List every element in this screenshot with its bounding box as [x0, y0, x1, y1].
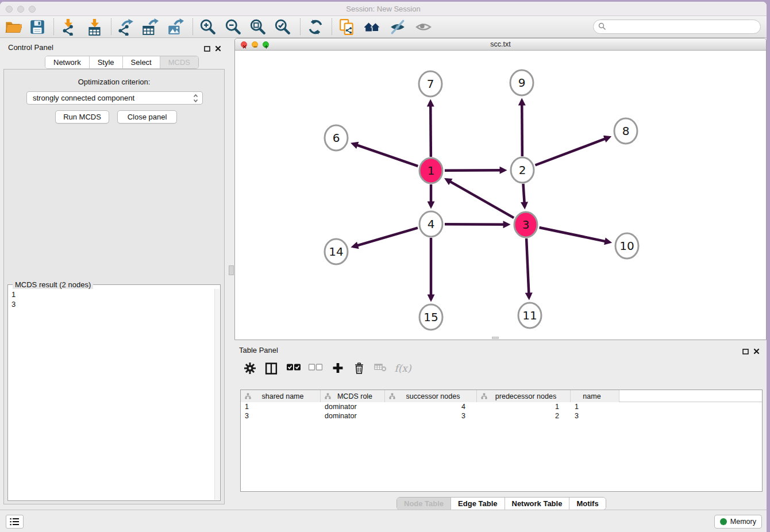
control-panel: Control Panel NetworkStyleSelectMCDS Opt…	[0, 38, 227, 510]
zoom-selected-icon[interactable]	[274, 18, 291, 36]
column-header-shared-name[interactable]: shared name	[241, 390, 321, 402]
network-window-titlebar[interactable]: scc.txt	[235, 38, 766, 51]
deselect-all-checks-icon[interactable]	[309, 363, 323, 373]
edge-1-7[interactable]	[430, 102, 431, 157]
close-view-icon[interactable]	[241, 41, 247, 48]
node-table[interactable]: shared nameMCDS rolesuccessor nodesprede…	[240, 390, 763, 492]
cell-predecessor-nodes[interactable]: 1	[477, 402, 571, 411]
cell-successor-nodes[interactable]: 3	[385, 411, 477, 421]
memory-button[interactable]: Memory	[714, 515, 762, 529]
graph-node-10[interactable]: 10	[615, 233, 638, 259]
tab-network[interactable]: Network	[45, 56, 90, 68]
tab-node-table[interactable]: Node Table	[397, 498, 451, 510]
add-column-plus-icon[interactable]	[333, 363, 344, 376]
column-header-successor-nodes[interactable]: successor nodes	[385, 390, 477, 402]
minimize-view-icon[interactable]	[252, 41, 258, 48]
edge-2-8[interactable]	[535, 137, 609, 165]
svg-text:9: 9	[518, 76, 526, 90]
column-header-predecessor-nodes[interactable]: predecessor nodes	[477, 390, 571, 402]
graph-node-4[interactable]: 4	[419, 211, 442, 237]
save-session-icon[interactable]	[29, 18, 46, 36]
graph-node-15[interactable]: 15	[419, 304, 442, 330]
show-all-eye-icon[interactable]	[415, 18, 432, 36]
edge-3-11[interactable]	[526, 238, 529, 298]
minimize-window-icon[interactable]	[17, 6, 24, 13]
export-table-icon[interactable]	[141, 18, 159, 36]
cell-MCDS-role[interactable]: dominator	[321, 411, 385, 421]
edge-4-3[interactable]	[445, 224, 508, 225]
show-columns-icon[interactable]	[265, 363, 278, 377]
tab-mcds[interactable]: MCDS	[160, 56, 198, 68]
graph-node-7[interactable]: 7	[419, 71, 442, 97]
mcds-result-text: 1 3	[9, 290, 213, 499]
edge-3-1[interactable]	[446, 179, 514, 218]
edge-1-6[interactable]	[353, 144, 418, 166]
column-header-name[interactable]: name	[571, 390, 619, 402]
tab-network-table[interactable]: Network Table	[505, 498, 570, 510]
edge-1-2[interactable]	[445, 170, 505, 171]
export-image-icon[interactable]	[167, 18, 184, 36]
cell-shared-name[interactable]: 3	[241, 411, 321, 421]
graph-node-9[interactable]: 9	[510, 70, 533, 95]
export-network-icon[interactable]	[117, 18, 134, 36]
graph-node-8[interactable]: 8	[614, 118, 637, 144]
run-mcds-button[interactable]: Run MCDS	[55, 110, 109, 124]
column-header-MCDS-role[interactable]: MCDS role	[321, 390, 385, 402]
tab-style[interactable]: Style	[90, 56, 123, 68]
close-panel-icon[interactable]	[215, 44, 221, 54]
close-panel-button[interactable]: Close panel	[117, 110, 177, 124]
close-window-icon[interactable]	[6, 6, 13, 13]
result-scrollbar[interactable]	[214, 289, 220, 500]
splitter-handle[interactable]	[229, 265, 234, 275]
table-row[interactable]: 3dominator323	[241, 411, 762, 421]
open-file-icon[interactable]	[5, 18, 22, 36]
edge-4-14[interactable]	[353, 228, 418, 247]
zoom-window-icon[interactable]	[29, 6, 36, 13]
header-filler	[619, 390, 762, 402]
graph-node-3[interactable]: 3	[514, 212, 537, 237]
view-resize-handle[interactable]	[492, 337, 499, 339]
graph-node-6[interactable]: 6	[325, 125, 348, 151]
graph-node-11[interactable]: 11	[518, 303, 541, 328]
cell-predecessor-nodes[interactable]: 2	[477, 411, 571, 421]
refresh-view-icon[interactable]	[307, 18, 324, 36]
zoom-in-icon[interactable]	[199, 18, 217, 36]
tab-motifs[interactable]: Motifs	[569, 498, 605, 510]
import-table-icon[interactable]	[86, 18, 103, 36]
task-history-button[interactable]	[6, 515, 24, 529]
search-input[interactable]	[593, 20, 761, 34]
tab-select[interactable]: Select	[123, 56, 160, 68]
cell-MCDS-role[interactable]: dominator	[321, 402, 385, 411]
tab-edge-table[interactable]: Edge Table	[451, 498, 505, 510]
edge-2-9[interactable]	[522, 101, 522, 156]
select-all-checks-icon[interactable]	[287, 363, 301, 373]
float-table-panel-icon[interactable]	[742, 346, 749, 357]
cell-successor-nodes[interactable]: 4	[385, 402, 477, 411]
duplicate-network-icon[interactable]	[338, 18, 356, 36]
cell-name[interactable]: 3	[571, 411, 619, 421]
delete-column-trash-icon[interactable]	[355, 363, 364, 376]
float-panel-icon[interactable]	[204, 44, 210, 54]
graph-node-2[interactable]: 2	[511, 157, 534, 183]
close-table-panel-icon[interactable]	[753, 346, 760, 357]
graph-node-1[interactable]: 1	[419, 158, 442, 183]
table-row[interactable]: 1dominator411	[241, 402, 762, 411]
cell-shared-name[interactable]: 1	[241, 402, 321, 411]
edge-3-10[interactable]	[539, 228, 609, 242]
select-stepper-icon	[193, 94, 198, 106]
hide-selected-eye-slash-icon[interactable]	[389, 18, 406, 36]
table-settings-gear-icon[interactable]	[244, 363, 256, 376]
cell-name[interactable]: 1	[571, 402, 619, 411]
zoom-view-icon[interactable]	[263, 41, 269, 48]
first-neighbors-icon[interactable]	[364, 18, 381, 36]
zoom-fit-icon[interactable]	[249, 18, 267, 36]
table-toolbar: f(x)	[234, 359, 767, 382]
import-network-icon[interactable]	[60, 18, 77, 36]
zoom-out-icon[interactable]	[225, 18, 242, 36]
graph-node-14[interactable]: 14	[325, 239, 348, 264]
edge-2-3[interactable]	[523, 184, 525, 207]
optimization-select[interactable]: strongly connected component	[26, 91, 203, 105]
network-graph-canvas[interactable]: 1234678910111415	[235, 51, 766, 340]
table-header-row: shared nameMCDS rolesuccessor nodesprede…	[241, 390, 762, 402]
svg-text:2: 2	[519, 163, 526, 177]
